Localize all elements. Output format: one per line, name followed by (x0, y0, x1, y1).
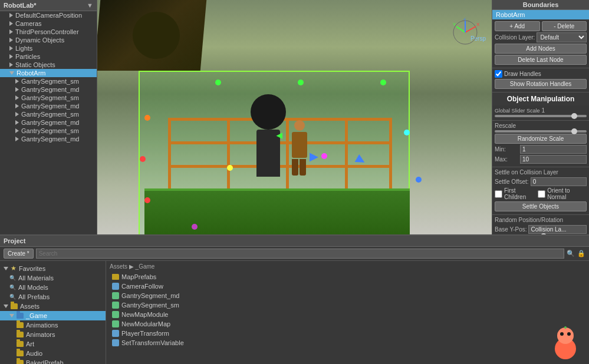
asset-gantry-sm[interactable]: GantrySegment_sm (110, 300, 538, 310)
global-slider[interactable] (495, 115, 587, 117)
player-transform-icon (112, 330, 119, 337)
gantry-sm-label: GantrySegment_sm (121, 302, 179, 309)
show-rotation-button[interactable]: Show Rotation Handles (495, 79, 587, 89)
add-nodes-button[interactable]: Add Nodes (495, 44, 587, 54)
asset-new-map-module[interactable]: NewMapModule (110, 310, 538, 319)
tree-item-art[interactable]: Art (0, 339, 106, 349)
settle-offset-label: Settle Offset: (495, 178, 529, 185)
central-machinery (239, 94, 298, 188)
rescale-slider[interactable] (495, 130, 587, 133)
hierarchy-item-lights[interactable]: Lights (0, 44, 97, 52)
tree-item-animations[interactable]: Animations (0, 320, 106, 330)
first-children-checkbox[interactable] (495, 190, 502, 198)
hierarchy-item-static[interactable]: Static Objects (0, 61, 97, 69)
create-button[interactable]: Create * (4, 249, 34, 259)
assets-expand-icon (4, 305, 8, 308)
asset-camera-follow[interactable]: CameraFollow (110, 282, 538, 291)
project-content: ★ Favorites 🔍 All Materials 🔍 All Models… (0, 261, 589, 364)
asset-set-transform-variable[interactable]: SetTransformVariable (110, 338, 538, 348)
new-map-module-label: NewMapModule (121, 311, 168, 318)
orient-normal-checkbox[interactable] (538, 190, 545, 198)
settle-offset-input[interactable] (531, 177, 587, 186)
svg-text:X: X (476, 22, 480, 27)
hierarchy-item-gantry2[interactable]: GantrySegment_md (0, 85, 97, 94)
global-slider-section: Global Slider Scale 1 (492, 105, 589, 121)
project-toolbar: Create * 🔍 🔒 (0, 247, 589, 261)
map-prefabs-folder-icon (112, 274, 119, 280)
asset-map-prefabs[interactable]: MapPrefabs (110, 272, 538, 282)
first-children-label: First Children (504, 187, 536, 200)
assets-header[interactable]: Assets (0, 302, 106, 311)
audio-folder-icon (17, 350, 24, 356)
hierarchy-item-defaultcamera[interactable]: DefaultCameraPosition (0, 11, 97, 19)
game-folder-icon (17, 313, 24, 319)
hierarchy-label-gantry1: GantrySegment_sm (21, 78, 79, 85)
hierarchy-close-btn[interactable]: ▼ (87, 2, 93, 9)
assets-breadcrumb: Assets ▶ _Game (110, 263, 538, 270)
game-expand-icon (9, 314, 14, 317)
tree-item-audio[interactable]: Audio (0, 349, 106, 358)
favorites-header[interactable]: ★ Favorites (0, 263, 106, 273)
player-transform-label: PlayerTransform (121, 330, 169, 337)
tree-item-all-materials[interactable]: 🔍 All Materials (0, 273, 106, 283)
asset-gantry-md[interactable]: GantrySegment_md (110, 291, 538, 300)
collision-layer-select[interactable]: Default (537, 32, 587, 42)
hierarchy-item-gantry1[interactable]: GantrySegment_sm (0, 77, 97, 85)
hierarchy-expand-icon-gantry6 (15, 120, 19, 125)
hierarchy-label-thirdperson: ThirdPersonController (15, 28, 79, 35)
set-transform-label: SetTransformVariable (121, 339, 184, 346)
hierarchy-item-gantry5[interactable]: GantrySegment_sm (0, 110, 97, 118)
base-y-pos-input[interactable] (528, 225, 587, 234)
global-slider-value: 1 (542, 107, 565, 114)
tree-item-animators[interactable]: Animators (0, 330, 106, 339)
art-label: Art (26, 340, 34, 348)
delete-last-node-button[interactable]: Delete Last Node (495, 55, 587, 65)
hierarchy-item-dynamic[interactable]: Dynamic Objects (0, 36, 97, 44)
hierarchy-item-cameras[interactable]: Cameras (0, 19, 97, 28)
hierarchy-expand-icon-dynamic (9, 38, 13, 42)
viewport[interactable]: ▲ ▶ ▶ Persp X Y Z (97, 0, 492, 234)
tree-item-all-models[interactable]: 🔍 All Models (0, 283, 106, 292)
tree-item-baked-prefab[interactable]: BakedPrefab (0, 358, 106, 364)
mascot-area (542, 261, 589, 364)
random-pos-label: Random Position/Rotation (495, 217, 587, 223)
map-prefabs-label: MapPrefabs (121, 273, 156, 280)
hierarchy-item-particles[interactable]: Particles (0, 52, 97, 61)
assets-folder-icon (11, 303, 18, 309)
project-search-input[interactable] (36, 249, 564, 259)
gantry-md-label: GantrySegment_md (121, 292, 179, 299)
hierarchy-label-gantry4: GantrySegment_md (21, 102, 79, 110)
hierarchy-label-robotarm: RobotArm (17, 70, 46, 77)
asset-player-transform[interactable]: PlayerTransform (110, 329, 538, 338)
audio-label: Audio (26, 350, 42, 357)
search-icon[interactable]: 🔍 (567, 250, 575, 257)
draw-handles-checkbox[interactable] (495, 70, 502, 78)
inspector-selected-object[interactable]: RobotArm (492, 10, 589, 19)
hierarchy-expand-icon-lights (9, 46, 13, 51)
add-button[interactable]: + Add (495, 21, 540, 31)
hierarchy-item-gantry6[interactable]: GantrySegment_md (0, 118, 97, 127)
hierarchy-item-robotarm[interactable]: RobotArm (0, 69, 97, 77)
game-label: _Game (26, 312, 47, 319)
hierarchy-item-gantry8[interactable]: GantrySegment_md (0, 135, 97, 143)
camera-follow-icon (112, 283, 119, 290)
hierarchy-expand-icon-gantry2 (15, 87, 19, 92)
hierarchy-item-gantry4[interactable]: GantrySegment_md (0, 102, 97, 110)
min-input[interactable] (520, 145, 587, 154)
hierarchy-item-thirdperson[interactable]: ThirdPersonController (0, 28, 97, 36)
art-folder-icon (17, 341, 24, 347)
settle-label: Settle on Collision Layer (495, 169, 587, 176)
settle-objects-button[interactable]: Settle Objects (495, 201, 587, 211)
hierarchy-item-gantry7[interactable]: GantrySegment_sm (0, 127, 97, 135)
gantry-sm-icon (112, 302, 119, 309)
max-input[interactable] (520, 155, 587, 164)
randomize-scale-button[interactable]: Randomize Scale (495, 134, 587, 144)
delete-button[interactable]: - Delete (542, 21, 587, 31)
hierarchy-item-gantry3[interactable]: GantrySegment_sm (0, 94, 97, 102)
asset-new-modular-map[interactable]: NewModularMap (110, 319, 538, 329)
lock-icon[interactable]: 🔒 (577, 250, 585, 257)
tree-item-all-prefabs[interactable]: 🔍 All Prefabs (0, 292, 106, 302)
tree-item-game[interactable]: _Game (0, 311, 106, 320)
collision-layer-label: Collision Layer: (495, 34, 535, 41)
hierarchy-label-gantry3: GantrySegment_sm (21, 94, 79, 101)
